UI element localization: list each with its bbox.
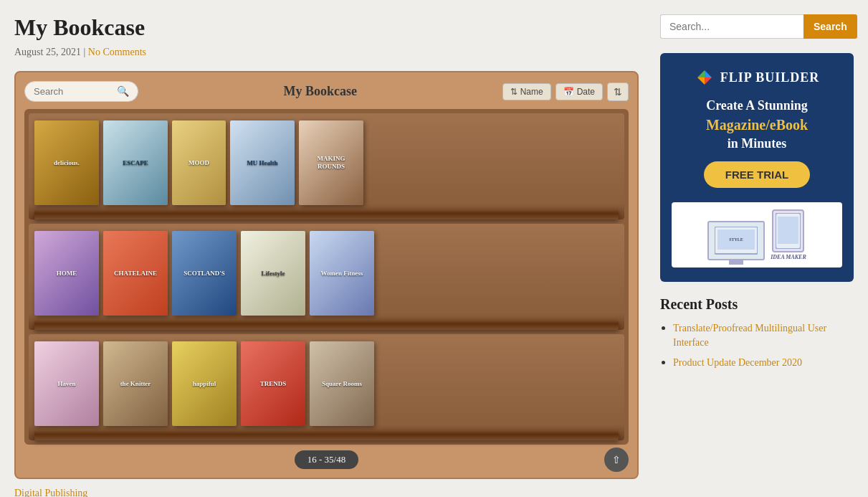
- svg-text:STYLE: STYLE: [729, 237, 743, 242]
- post-date: August 25, 2021: [14, 47, 81, 57]
- shelf-row-2: HOME CHATELAINE SCOTLAND'S Lifestyle Wom: [29, 224, 624, 330]
- sort-name-label: Name: [520, 87, 543, 97]
- bookcase-header: 🔍 My Bookcase ⇅ Name 📅 Date ⇅: [24, 81, 629, 102]
- shelf-plank-1: [34, 209, 619, 219]
- bookcase-title: My Bookcase: [284, 84, 358, 99]
- no-comments-link[interactable]: No Comments: [88, 47, 146, 57]
- bookcase-widget: 🔍 My Bookcase ⇅ Name 📅 Date ⇅: [14, 71, 639, 479]
- svg-marker-0: [697, 70, 705, 77]
- book-mu-health[interactable]: MU Health: [230, 120, 295, 205]
- book-trends[interactable]: TRENDS: [241, 341, 305, 426]
- flipbook-ad: FLIP BUILDER Create A Stunning Magazine/…: [660, 53, 854, 282]
- book-escape[interactable]: ESCAPE: [103, 120, 168, 205]
- share-icon: ⇅: [614, 86, 622, 98]
- flip-sub: Magazine/eBook: [672, 117, 842, 133]
- book-square-rooms[interactable]: Square Rooms: [310, 341, 374, 426]
- sidebar-search-input[interactable]: [660, 14, 803, 39]
- main-content: My Bookcase August 25, 2021 | No Comment…: [14, 14, 639, 497]
- shelf-books-1: delicious. ESCAPE MOOD MU Health MAKING: [34, 120, 619, 207]
- share-button[interactable]: ⇅: [607, 82, 629, 101]
- tablet-screen: [776, 213, 801, 249]
- sort-name-button[interactable]: ⇅ Name: [502, 83, 551, 100]
- book-happiful[interactable]: happiful: [172, 341, 237, 426]
- recent-posts-section: Recent Posts Translate/Proofread Multili…: [660, 296, 854, 369]
- flip-brand-text: FLIP BUILDER: [720, 70, 820, 85]
- svg-marker-2: [697, 77, 705, 85]
- flip-logo: FLIP BUILDER: [672, 67, 842, 87]
- book-mood[interactable]: MOOD: [172, 120, 226, 205]
- device-tablet: [772, 209, 804, 252]
- book-home[interactable]: HOME: [34, 231, 99, 316]
- pagination-badge: 16 - 35/48: [295, 450, 358, 469]
- shelf-books-3: Haven the Knitter happiful TRENDS Square: [34, 341, 619, 427]
- arrow-up-icon: ⇧: [612, 454, 621, 465]
- recent-post-link-2[interactable]: Product Update December 2020: [673, 357, 802, 368]
- book-delicious[interactable]: delicious.: [34, 120, 99, 205]
- list-item: Translate/Proofread Multilingual User In…: [673, 321, 854, 349]
- sidebar-search: Search: [660, 14, 854, 39]
- flip-devices: STYLE IDEA MAKER: [672, 202, 842, 268]
- device-label: IDEA MAKER: [771, 254, 806, 260]
- shelf-container: delicious. ESCAPE MOOD MU Health MAKING: [24, 109, 629, 445]
- sort-icon: ⇅: [510, 87, 518, 97]
- monitor-screen: STYLE: [715, 227, 758, 255]
- calendar-icon: 📅: [563, 87, 574, 97]
- svg-marker-3: [705, 77, 712, 85]
- book-chatelaine[interactable]: CHATELAINE: [103, 231, 168, 316]
- post-separator: |: [83, 47, 85, 57]
- sort-date-label: Date: [577, 87, 595, 97]
- flip-builder-icon: [695, 67, 715, 87]
- shelf-row-1: delicious. ESCAPE MOOD MU Health MAKING: [29, 113, 624, 219]
- digital-publishing-link[interactable]: Digital Publishing: [14, 488, 639, 497]
- sidebar: Search FLIP BUILDER Create A Stunning Ma…: [660, 14, 854, 497]
- bookcase-search-input[interactable]: [34, 86, 113, 97]
- post-links: Digital Publishing Edit: [14, 488, 639, 497]
- scroll-top-button[interactable]: ⇧: [604, 448, 629, 472]
- shelf-row-3: Haven the Knitter happiful TRENDS Square: [29, 334, 624, 440]
- flip-sub2: in Minutes: [672, 136, 842, 151]
- shelf-plank-2: [34, 320, 619, 330]
- search-icon: 🔍: [117, 85, 129, 98]
- post-meta: August 25, 2021 | No Comments: [14, 47, 639, 58]
- bookcase-search-box[interactable]: 🔍: [24, 81, 138, 102]
- shelf-plank-3: [34, 430, 619, 440]
- bookcase-controls: ⇅ Name 📅 Date ⇅: [502, 82, 629, 101]
- recent-posts-list: Translate/Proofread Multilingual User In…: [660, 321, 854, 369]
- sort-date-button[interactable]: 📅 Date: [555, 83, 603, 100]
- book-women-fitness[interactable]: Women Fitness: [310, 231, 374, 316]
- bookcase-footer: 16 - 35/48 ⇧: [24, 450, 629, 469]
- page-title: My Bookcase: [14, 14, 639, 41]
- flip-cta-button[interactable]: FREE TRIAL: [704, 161, 810, 188]
- svg-rect-8: [778, 217, 798, 244]
- book-haven[interactable]: Haven: [34, 341, 99, 426]
- flip-headline: Create A Stunning: [672, 98, 842, 114]
- list-item: Product Update December 2020: [673, 356, 854, 370]
- sidebar-search-button[interactable]: Search: [803, 14, 857, 39]
- recent-post-link-1[interactable]: Translate/Proofread Multilingual User In…: [673, 323, 826, 348]
- shelf-books-2: HOME CHATELAINE SCOTLAND'S Lifestyle Wom: [34, 231, 619, 317]
- book-making-rounds[interactable]: MAKING ROUNDS: [299, 120, 363, 205]
- recent-posts-title: Recent Posts: [660, 296, 854, 313]
- svg-marker-1: [705, 70, 712, 77]
- book-lifestyle[interactable]: Lifestyle: [241, 231, 305, 316]
- device-monitor: STYLE: [707, 221, 765, 260]
- book-knitter[interactable]: the Knitter: [103, 341, 168, 426]
- book-scotland[interactable]: SCOTLAND'S: [172, 231, 237, 316]
